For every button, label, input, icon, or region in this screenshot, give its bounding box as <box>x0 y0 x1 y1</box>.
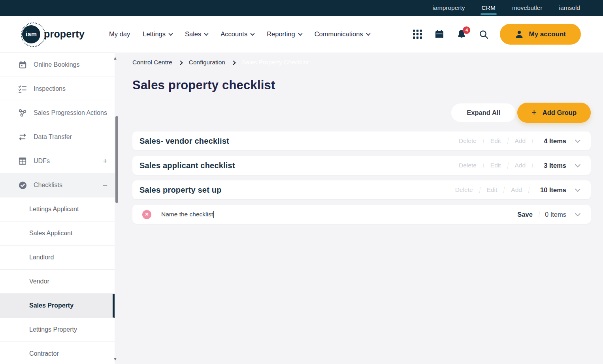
nav-lettings[interactable]: Lettings <box>143 30 172 38</box>
table-icon <box>18 157 27 165</box>
nav-label: Communications <box>315 30 363 38</box>
bell-icon[interactable]: 4 <box>456 29 467 39</box>
checklist-group-list: Sales- vendor checklist Delete Edit Add … <box>132 131 591 224</box>
items-count: 0 Items <box>545 211 566 218</box>
chevron-right-icon <box>231 60 236 65</box>
search-icon[interactable] <box>479 29 489 39</box>
nav-sales[interactable]: Sales <box>185 30 208 38</box>
nav-label: Lettings <box>143 30 166 38</box>
nav-label: My day <box>109 30 130 38</box>
topbar-link-iamsold[interactable]: iamsold <box>559 4 580 11</box>
add-group-label: Add Group <box>543 109 577 116</box>
breadcrumb: Control Centre Configuration Sales Prope… <box>132 59 591 66</box>
sidebar-item-label: Checklists <box>34 182 62 189</box>
sidebar-item-label: Inspections <box>34 85 66 92</box>
topbar-link-crm[interactable]: CRM <box>482 4 496 11</box>
sidebar-subitem-lettings-property[interactable]: Lettings Property <box>0 318 115 342</box>
notification-badge: 4 <box>463 26 470 34</box>
user-icon <box>515 30 524 39</box>
progression-icon <box>18 109 27 117</box>
topbar-link-movebutler[interactable]: movebutler <box>512 4 543 11</box>
scroll-down-arrow[interactable]: ▼ <box>113 357 117 361</box>
sidebar-subitem-sales-property[interactable]: Sales Property <box>0 294 115 318</box>
delete-button[interactable]: Delete <box>448 186 480 193</box>
nav-communications[interactable]: Communications <box>315 30 370 38</box>
add-button[interactable]: Add <box>508 162 533 169</box>
nav-label: Sales <box>185 30 201 38</box>
sidebar-subitem-label: Sales Applicant <box>29 230 72 237</box>
sidebar-subitem-contractor[interactable]: Contractor <box>0 342 115 364</box>
checklist-name-input[interactable]: Name the checklist <box>161 211 280 218</box>
sidebar-scrollbar-thumb[interactable] <box>115 116 118 203</box>
sidebar-item-label: Sales Progression Actions <box>34 109 107 116</box>
nav-my-day[interactable]: My day <box>109 30 130 38</box>
logo-circle: iam <box>22 25 40 43</box>
items-count: 3 Items <box>544 162 566 169</box>
expand-all-button[interactable]: Expand All <box>451 103 516 122</box>
scroll-up-arrow[interactable]: ▲ <box>113 56 117 60</box>
checklist-icon <box>18 84 27 93</box>
edit-button[interactable]: Edit <box>480 186 504 193</box>
save-button[interactable]: Save <box>511 211 539 218</box>
group-name: Sales property set up <box>139 186 222 195</box>
chevron-down-icon <box>298 31 302 36</box>
edit-button[interactable]: Edit <box>484 162 508 169</box>
sidebar-item-data-transfer[interactable]: Data Transfer <box>0 125 115 149</box>
delete-button[interactable]: Delete <box>452 137 483 144</box>
expand-plus-icon[interactable]: + <box>103 156 107 166</box>
group-name: Sales- vendor checklist <box>139 137 229 146</box>
sidebar-subitem-label: Vendor <box>29 278 49 285</box>
iamproperty-logo[interactable]: iam property <box>22 25 85 43</box>
new-group-row: ✕ Name the checklist Save 0 Items <box>132 205 591 224</box>
nav-label: Accounts <box>220 30 247 38</box>
add-group-button[interactable]: + Add Group <box>517 103 591 123</box>
my-account-label: My account <box>529 30 566 38</box>
sidebar-subitem-sales-applicant[interactable]: Sales Applicant <box>0 221 115 246</box>
remove-icon[interactable]: ✕ <box>142 210 151 219</box>
collapse-minus-icon[interactable]: − <box>103 180 107 190</box>
chevron-down-icon <box>250 31 254 36</box>
chevron-down-icon[interactable] <box>575 211 580 216</box>
nav-label: Reporting <box>267 30 295 38</box>
logo-wordmark: property <box>44 28 85 40</box>
breadcrumb-current-page: Sales Property Checklist <box>242 59 309 66</box>
edit-button[interactable]: Edit <box>484 137 508 144</box>
sidebar-subitem-label: Lettings Property <box>29 326 77 333</box>
items-count: 4 Items <box>544 137 566 145</box>
group-actions: Save 0 Items <box>511 211 583 218</box>
chevron-down-icon[interactable] <box>575 186 580 192</box>
sidebar-subitem-landlord[interactable]: Landlord <box>0 246 115 270</box>
add-button[interactable]: Add <box>508 137 533 144</box>
app-header: iam property My day Lettings Sales Accou… <box>0 16 603 53</box>
sidebar-item-checklists[interactable]: Checklists − <box>0 173 115 197</box>
nav-accounts[interactable]: Accounts <box>220 30 254 38</box>
group-actions: Delete Edit Add 4 Items <box>452 137 583 145</box>
top-bar: iamproperty CRM movebutler iamsold <box>0 0 603 16</box>
main-nav: My day Lettings Sales Accounts Reporting… <box>109 30 370 38</box>
nav-reporting[interactable]: Reporting <box>267 30 302 38</box>
chevron-down-icon[interactable] <box>575 137 580 143</box>
sidebar-item-sales-progression-actions[interactable]: Sales Progression Actions <box>0 101 115 125</box>
sidebar-item-online-bookings[interactable]: Online Bookings <box>0 53 115 77</box>
checklist-name-value: Name the checklist <box>161 211 213 218</box>
sidebar-item-udfs[interactable]: UDFs + <box>0 149 115 173</box>
breadcrumb-configuration[interactable]: Configuration <box>189 59 225 66</box>
sidebar-item-inspections[interactable]: Inspections <box>0 77 115 101</box>
group-actions: Delete Edit Add 3 Items <box>452 162 583 169</box>
calendar-icon[interactable] <box>434 29 445 39</box>
breadcrumb-control-centre[interactable]: Control Centre <box>132 59 172 66</box>
topbar-link-iamproperty[interactable]: iamproperty <box>433 4 465 11</box>
delete-button[interactable]: Delete <box>452 162 483 169</box>
sidebar-subitem-vendor[interactable]: Vendor <box>0 270 115 294</box>
sidebar-item-label: Online Bookings <box>34 61 80 68</box>
sidebar-subitem-lettings-applicant[interactable]: Lettings Applicant <box>0 197 115 221</box>
chevron-down-icon[interactable] <box>575 162 580 167</box>
my-account-button[interactable]: My account <box>500 24 581 45</box>
group-name: Sales applicant checklist <box>139 161 235 170</box>
calendar-icon <box>18 60 27 69</box>
sidebar-subitem-label: Lettings Applicant <box>29 206 79 213</box>
logo-circle-text: iam <box>26 31 37 38</box>
chevron-down-icon <box>168 31 173 36</box>
add-button[interactable]: Add <box>504 186 529 193</box>
apps-grid-icon[interactable] <box>412 29 422 39</box>
